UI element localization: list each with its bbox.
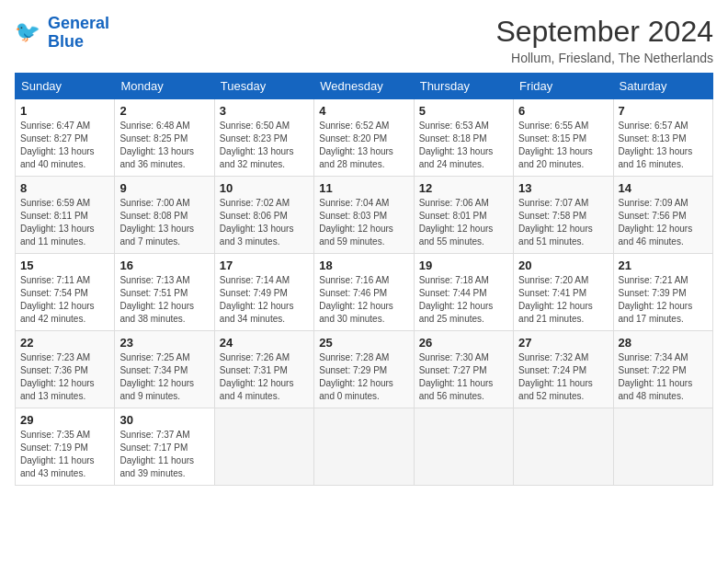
day-number: 27 xyxy=(518,336,608,350)
table-row: 20Sunrise: 7:20 AMSunset: 7:41 PMDayligh… xyxy=(514,254,613,331)
table-row xyxy=(214,408,313,486)
calendar-week-row: 29Sunrise: 7:35 AMSunset: 7:19 PMDayligh… xyxy=(16,408,713,486)
day-info: Sunrise: 7:25 AMSunset: 7:34 PMDaylight:… xyxy=(119,351,209,403)
table-row: 17Sunrise: 7:14 AMSunset: 7:49 PMDayligh… xyxy=(214,254,313,331)
day-number: 4 xyxy=(319,104,408,118)
day-number: 8 xyxy=(20,181,109,195)
calendar-week-row: 1Sunrise: 6:47 AMSunset: 8:27 PMDaylight… xyxy=(16,99,713,177)
day-number: 16 xyxy=(119,259,209,272)
day-number: 11 xyxy=(319,181,408,195)
table-row: 12Sunrise: 7:06 AMSunset: 8:01 PMDayligh… xyxy=(414,177,513,254)
table-row: 30Sunrise: 7:37 AMSunset: 7:17 PMDayligh… xyxy=(115,408,214,486)
day-info: Sunrise: 6:55 AMSunset: 8:15 PMDaylight:… xyxy=(518,120,608,171)
day-info: Sunrise: 6:48 AMSunset: 8:25 PMDaylight:… xyxy=(119,120,209,171)
logo: 🐦 General Blue xyxy=(15,15,109,52)
day-info: Sunrise: 7:28 AMSunset: 7:29 PMDaylight:… xyxy=(319,351,408,403)
day-number: 13 xyxy=(518,181,608,195)
svg-text:🐦: 🐦 xyxy=(15,19,40,44)
table-row: 26Sunrise: 7:30 AMSunset: 7:27 PMDayligh… xyxy=(414,331,513,408)
day-number: 14 xyxy=(619,181,708,195)
table-row: 11Sunrise: 7:04 AMSunset: 8:03 PMDayligh… xyxy=(314,177,414,254)
table-row: 21Sunrise: 7:21 AMSunset: 7:39 PMDayligh… xyxy=(613,254,712,331)
table-row: 4Sunrise: 6:52 AMSunset: 8:20 PMDaylight… xyxy=(314,99,414,177)
day-info: Sunrise: 7:02 AMSunset: 8:06 PMDaylight:… xyxy=(220,197,309,248)
day-info: Sunrise: 6:52 AMSunset: 8:20 PMDaylight:… xyxy=(319,120,408,171)
day-info: Sunrise: 7:04 AMSunset: 8:03 PMDaylight:… xyxy=(319,197,408,248)
day-number: 30 xyxy=(119,413,209,427)
header-sunday: Sunday xyxy=(16,74,115,99)
day-number: 19 xyxy=(419,259,508,272)
day-info: Sunrise: 7:26 AMSunset: 7:31 PMDaylight:… xyxy=(220,351,309,403)
logo-icon: 🐦 xyxy=(15,18,44,48)
logo-line1: General xyxy=(48,14,109,32)
day-info: Sunrise: 6:47 AMSunset: 8:27 PMDaylight:… xyxy=(20,120,109,171)
location: Hollum, Friesland, The Netherlands xyxy=(495,51,713,65)
table-row: 5Sunrise: 6:53 AMSunset: 8:18 PMDaylight… xyxy=(414,99,513,177)
table-row: 1Sunrise: 6:47 AMSunset: 8:27 PMDaylight… xyxy=(16,99,115,177)
day-info: Sunrise: 7:21 AMSunset: 7:39 PMDaylight:… xyxy=(619,274,708,326)
table-row: 14Sunrise: 7:09 AMSunset: 7:56 PMDayligh… xyxy=(613,177,712,254)
title-area: September 2024 Hollum, Friesland, The Ne… xyxy=(495,15,713,65)
day-number: 18 xyxy=(319,259,408,272)
header-monday: Monday xyxy=(115,74,214,99)
day-info: Sunrise: 6:50 AMSunset: 8:23 PMDaylight:… xyxy=(220,120,309,171)
day-info: Sunrise: 7:35 AMSunset: 7:19 PMDaylight:… xyxy=(20,429,109,480)
day-number: 29 xyxy=(20,413,109,427)
day-number: 23 xyxy=(119,336,209,350)
day-number: 6 xyxy=(518,104,608,118)
table-row xyxy=(613,408,712,486)
day-number: 26 xyxy=(419,336,508,350)
calendar-week-row: 22Sunrise: 7:23 AMSunset: 7:36 PMDayligh… xyxy=(16,331,713,408)
day-number: 9 xyxy=(119,181,209,195)
day-number: 7 xyxy=(619,104,708,118)
header-wednesday: Wednesday xyxy=(314,74,414,99)
day-number: 21 xyxy=(619,259,708,272)
table-row: 24Sunrise: 7:26 AMSunset: 7:31 PMDayligh… xyxy=(214,331,313,408)
day-number: 25 xyxy=(319,336,408,350)
day-info: Sunrise: 7:11 AMSunset: 7:54 PMDaylight:… xyxy=(20,274,109,326)
table-row xyxy=(314,408,414,486)
calendar-table: Sunday Monday Tuesday Wednesday Thursday… xyxy=(15,73,713,486)
day-info: Sunrise: 7:00 AMSunset: 8:08 PMDaylight:… xyxy=(119,197,209,248)
calendar-week-row: 8Sunrise: 6:59 AMSunset: 8:11 PMDaylight… xyxy=(16,177,713,254)
day-number: 5 xyxy=(419,104,508,118)
header-friday: Friday xyxy=(514,74,613,99)
table-row: 16Sunrise: 7:13 AMSunset: 7:51 PMDayligh… xyxy=(115,254,214,331)
day-info: Sunrise: 6:57 AMSunset: 8:13 PMDaylight:… xyxy=(619,120,708,171)
table-row: 28Sunrise: 7:34 AMSunset: 7:22 PMDayligh… xyxy=(613,331,712,408)
day-number: 17 xyxy=(220,259,309,272)
table-row xyxy=(514,408,613,486)
day-info: Sunrise: 7:09 AMSunset: 7:56 PMDaylight:… xyxy=(619,197,708,248)
day-number: 1 xyxy=(20,104,109,118)
table-row: 9Sunrise: 7:00 AMSunset: 8:08 PMDaylight… xyxy=(115,177,214,254)
table-row: 2Sunrise: 6:48 AMSunset: 8:25 PMDaylight… xyxy=(115,99,214,177)
day-info: Sunrise: 7:32 AMSunset: 7:24 PMDaylight:… xyxy=(518,351,608,403)
day-number: 28 xyxy=(619,336,708,350)
table-row: 3Sunrise: 6:50 AMSunset: 8:23 PMDaylight… xyxy=(214,99,313,177)
table-row: 10Sunrise: 7:02 AMSunset: 8:06 PMDayligh… xyxy=(214,177,313,254)
table-row: 6Sunrise: 6:55 AMSunset: 8:15 PMDaylight… xyxy=(514,99,613,177)
day-number: 24 xyxy=(220,336,309,350)
logo-line2: Blue xyxy=(48,32,84,51)
day-info: Sunrise: 7:37 AMSunset: 7:17 PMDaylight:… xyxy=(119,429,209,480)
day-info: Sunrise: 7:13 AMSunset: 7:51 PMDaylight:… xyxy=(119,274,209,326)
day-number: 15 xyxy=(20,259,109,272)
calendar-week-row: 15Sunrise: 7:11 AMSunset: 7:54 PMDayligh… xyxy=(16,254,713,331)
header-saturday: Saturday xyxy=(613,74,712,99)
table-row: 8Sunrise: 6:59 AMSunset: 8:11 PMDaylight… xyxy=(16,177,115,254)
day-number: 20 xyxy=(518,259,608,272)
day-info: Sunrise: 7:34 AMSunset: 7:22 PMDaylight:… xyxy=(619,351,708,403)
day-info: Sunrise: 7:16 AMSunset: 7:46 PMDaylight:… xyxy=(319,274,408,326)
table-row: 27Sunrise: 7:32 AMSunset: 7:24 PMDayligh… xyxy=(514,331,613,408)
day-info: Sunrise: 7:20 AMSunset: 7:41 PMDaylight:… xyxy=(518,274,608,326)
table-row: 7Sunrise: 6:57 AMSunset: 8:13 PMDaylight… xyxy=(613,99,712,177)
table-row: 29Sunrise: 7:35 AMSunset: 7:19 PMDayligh… xyxy=(16,408,115,486)
table-row xyxy=(414,408,513,486)
day-info: Sunrise: 7:18 AMSunset: 7:44 PMDaylight:… xyxy=(419,274,508,326)
table-row: 15Sunrise: 7:11 AMSunset: 7:54 PMDayligh… xyxy=(16,254,115,331)
day-info: Sunrise: 7:23 AMSunset: 7:36 PMDaylight:… xyxy=(20,351,109,403)
table-row: 25Sunrise: 7:28 AMSunset: 7:29 PMDayligh… xyxy=(314,331,414,408)
day-info: Sunrise: 7:14 AMSunset: 7:49 PMDaylight:… xyxy=(220,274,309,326)
table-row: 18Sunrise: 7:16 AMSunset: 7:46 PMDayligh… xyxy=(314,254,414,331)
day-info: Sunrise: 7:30 AMSunset: 7:27 PMDaylight:… xyxy=(419,351,508,403)
